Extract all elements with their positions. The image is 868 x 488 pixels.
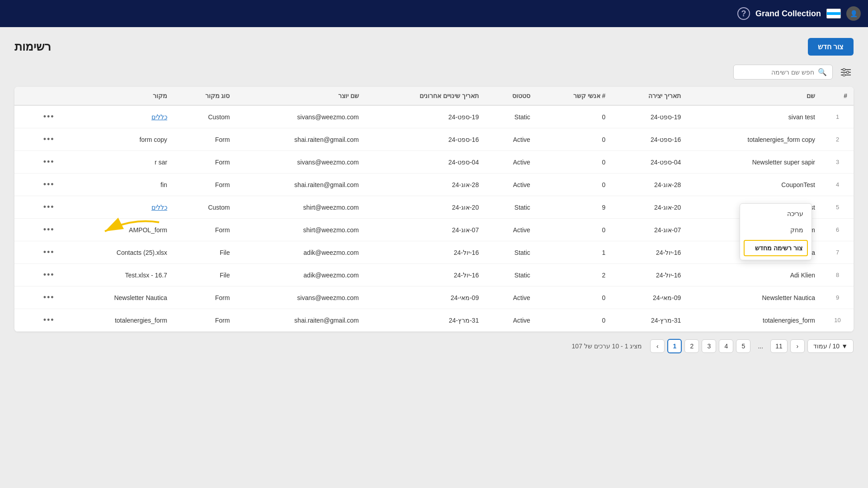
app-title: Grand Collection xyxy=(755,9,821,19)
col-last-modified: תאריך שינויים אחרונים xyxy=(365,87,485,105)
table-row: 6AMPOL_form07-אוג-240Active07-אוג-24shir… xyxy=(14,219,854,241)
search-input[interactable] xyxy=(739,69,814,76)
page-prev-button[interactable]: ‹ xyxy=(790,339,805,353)
cell-source: form copy xyxy=(64,128,174,151)
cell-source-type: Custom xyxy=(174,196,236,219)
filter-button[interactable] xyxy=(838,66,854,79)
filter-icon xyxy=(841,68,851,76)
cell-status: Active xyxy=(485,128,537,151)
per-page-chevron: ▼ xyxy=(841,343,848,350)
new-record-button[interactable]: צור חדש xyxy=(808,38,854,56)
row-menu-button[interactable]: ••• xyxy=(41,314,57,326)
cell-actions: ••• xyxy=(14,105,64,128)
avatar-icon: 👤 xyxy=(850,10,858,17)
pagination: ▼ 10 / עמוד ‹ 11 ... 5 4 3 2 1 › מציג 1 … xyxy=(14,332,854,355)
table-row: 5Shir + Adi Test20-אוג-249Static20-אוג-2… xyxy=(14,196,854,219)
cell-contacts: 0 xyxy=(537,219,612,241)
page-2-button[interactable]: 2 xyxy=(684,339,699,353)
per-page-button[interactable]: ▼ 10 / עמוד xyxy=(807,339,854,353)
cell-contacts: 0 xyxy=(537,309,612,332)
cell-name: Newsletter super sapir xyxy=(687,151,821,174)
cell-source: fin xyxy=(64,174,174,196)
table-row: 8Adi Klien16-יול-242Static16-יול-24adik@… xyxy=(14,264,854,286)
cell-status: Static xyxy=(485,105,537,128)
language-flag[interactable] xyxy=(826,9,841,19)
page-next-button[interactable]: › xyxy=(650,339,665,353)
svg-point-4 xyxy=(847,71,849,73)
cell-num: 5 xyxy=(821,196,854,219)
page-1-button[interactable]: 1 xyxy=(667,339,682,353)
cell-actions: ••• xyxy=(14,128,64,151)
cell-source: r sar xyxy=(64,151,174,174)
cell-status: Active xyxy=(485,151,537,174)
cell-num: 2 xyxy=(821,128,854,151)
cell-created: 16-ספט-24 xyxy=(612,128,687,151)
table-row: 7sxadadsa16-יול-241Static16-יול-24adik@w… xyxy=(14,241,854,264)
row-menu-button[interactable]: ••• xyxy=(41,156,57,168)
col-num: # xyxy=(821,87,854,105)
help-button[interactable]: ? xyxy=(737,7,750,20)
col-contacts: # אנשי קשר xyxy=(537,87,612,105)
row-menu-button[interactable]: ••• xyxy=(41,247,57,258)
context-delete[interactable]: מחק xyxy=(740,222,811,238)
cell-last-modified: 28-אוג-24 xyxy=(365,174,485,196)
toolbar-row: 🔍 xyxy=(14,65,854,80)
cell-creator: shirt@weezmo.com xyxy=(236,196,365,219)
main-content: צור חדש רשימות 🔍 # xyxy=(0,27,868,488)
cell-created: 28-אוג-24 xyxy=(612,174,687,196)
cell-source: Newsletter Nautica xyxy=(64,286,174,309)
cell-name: sivan test xyxy=(687,105,821,128)
cell-creator: shai.raiten@gmail.com xyxy=(236,128,365,151)
user-avatar[interactable]: 👤 xyxy=(846,6,861,21)
cell-num: 7 xyxy=(821,241,854,264)
context-create-new[interactable]: צור רשימה מחדש xyxy=(744,240,808,256)
table-row: 2totalenergies_form copy16-ספט-240Active… xyxy=(14,128,854,151)
col-source: מקור xyxy=(64,87,174,105)
cell-status: Static xyxy=(485,241,537,264)
row-menu-button[interactable]: ••• xyxy=(41,111,57,122)
search-icon: 🔍 xyxy=(818,68,827,76)
context-edit[interactable]: עריכה xyxy=(740,206,811,222)
cell-creator: adik@weezmo.com xyxy=(236,264,365,286)
page-3-button[interactable]: 3 xyxy=(702,339,716,353)
cell-status: Static xyxy=(485,196,537,219)
cell-name: Adi Klien xyxy=(687,264,821,286)
cell-creator: shai.raiten@gmail.com xyxy=(236,309,365,332)
svg-point-5 xyxy=(843,74,845,76)
cell-source: Test.xlsx - 16.7 xyxy=(64,264,174,286)
cell-last-modified: 16-יול-24 xyxy=(365,241,485,264)
col-actions xyxy=(14,87,64,105)
cell-contacts: 0 xyxy=(537,286,612,309)
cell-last-modified: 16-יול-24 xyxy=(365,264,485,286)
records-table: # שם תאריך יצירה # אנשי קשר סטטוס תאריך … xyxy=(14,87,854,332)
cell-contacts: 0 xyxy=(537,128,612,151)
cell-actions: ••• xyxy=(14,219,64,241)
row-menu-button[interactable]: ••• xyxy=(41,269,57,281)
cell-last-modified: 19-ספט-24 xyxy=(365,105,485,128)
cell-created: 16-יול-24 xyxy=(612,264,687,286)
row-menu-button[interactable]: ••• xyxy=(41,224,57,235)
page-4-button[interactable]: 4 xyxy=(719,339,733,353)
cell-creator: sivans@weezmo.com xyxy=(236,286,365,309)
cell-actions: ••• xyxy=(14,241,64,264)
cell-actions: ••• xyxy=(14,196,64,219)
cell-actions: ••• xyxy=(14,174,64,196)
cell-source[interactable]: כללים xyxy=(64,105,174,128)
cell-num: 1 xyxy=(821,105,854,128)
context-menu: עריכה מחק צור רשימה מחדש xyxy=(740,203,812,260)
cell-last-modified: 07-אוג-24 xyxy=(365,219,485,241)
row-menu-button[interactable]: ••• xyxy=(41,134,57,145)
row-menu-button[interactable]: ••• xyxy=(41,202,57,213)
row-menu-button[interactable]: ••• xyxy=(41,179,57,190)
svg-point-3 xyxy=(843,68,845,70)
page-11-button[interactable]: 11 xyxy=(770,339,788,353)
cell-source[interactable]: כללים xyxy=(64,196,174,219)
cell-source-type: Form xyxy=(174,309,236,332)
cell-creator: sivans@weezmo.com xyxy=(236,105,365,128)
cell-created: 07-אוג-24 xyxy=(612,219,687,241)
page-5-button[interactable]: 5 xyxy=(736,339,750,353)
cell-status: Active xyxy=(485,174,537,196)
row-menu-button[interactable]: ••• xyxy=(41,292,57,303)
table-row: 1sivan test19-ספט-240Static19-ספט-24siva… xyxy=(14,105,854,128)
table-header: # שם תאריך יצירה # אנשי קשר סטטוס תאריך … xyxy=(14,87,854,105)
